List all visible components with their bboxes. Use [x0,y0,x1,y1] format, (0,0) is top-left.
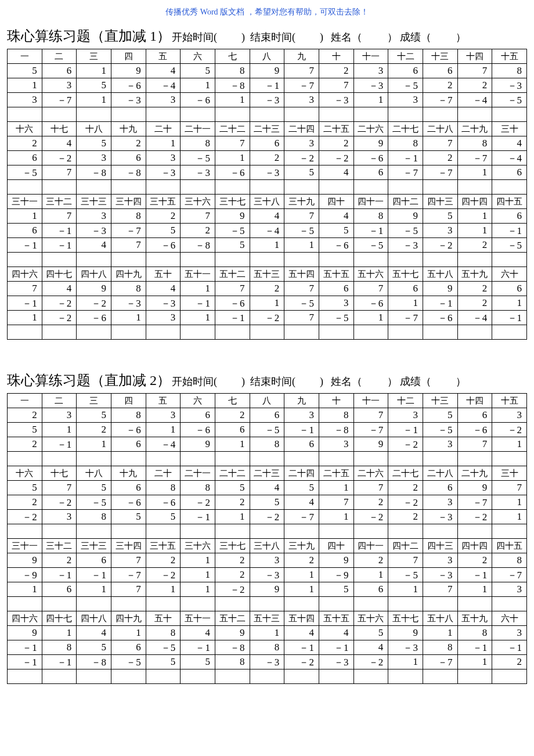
cell-value: －2 [215,582,250,597]
cell-value: 1 [8,311,42,325]
cell-value: －3 [353,78,388,93]
cell-value: －7 [457,495,492,510]
cell-value: 4 [146,64,181,78]
column-header: 十六 [8,122,42,136]
column-header: 四十二 [388,195,423,209]
column-header-row: 三十一三十二三十三三十四三十五三十六三十七三十八三十九四十四十一四十二四十三四十… [8,539,527,553]
column-header: 三十六 [181,195,215,209]
cell-value: 8 [250,437,284,452]
cell-value: 1 [8,78,42,93]
blank-cell [250,524,284,539]
cell-value: －7 [111,224,146,238]
cell-value: 1 [388,582,423,597]
column-header: 十一 [353,394,388,408]
column-header: 四十九 [111,267,146,282]
cell-value: －8 [77,655,111,669]
column-header: 四十五 [492,195,527,209]
blank-cell [181,325,215,340]
cell-value: －5 [77,495,111,510]
cell-value: －3 [181,165,215,180]
column-header: 七 [215,49,250,64]
column-header: 十九 [111,122,146,136]
cell-value: －1 [42,568,77,582]
cell-value: 8 [215,64,250,78]
column-header: 三十四 [111,195,146,209]
blank-cell [146,325,181,340]
blank-cell [250,452,284,466]
blank-cell [146,669,181,684]
cell-value: －5 [250,423,284,437]
column-header: 六十 [492,611,527,626]
cell-value: －3 [111,296,146,311]
column-header: 二十 [146,122,181,136]
cell-value: －8 [111,165,146,180]
column-header: 十二 [388,394,423,408]
cell-value: 5 [77,481,111,495]
cell-value: －7 [423,93,457,107]
cell-value: 7 [8,282,42,296]
cell-value: －1 [423,296,457,311]
cell-value: 5 [146,655,181,669]
column-header: 四十七 [42,267,77,282]
cell-value: －7 [284,78,319,93]
blank-cell [457,180,492,195]
cell-value: 2 [319,64,353,78]
cell-value: 3 [146,93,181,107]
cell-value: 3 [388,93,423,107]
cell-value: 5 [77,136,111,151]
column-header: 十八 [77,122,111,136]
cell-value: 3 [353,64,388,78]
cell-value: －5 [388,568,423,582]
cell-value: 4 [319,165,353,180]
table-row: 245218763298784 [8,136,527,151]
cell-value: －5 [284,296,319,311]
cell-value: 3 [492,408,527,423]
column-header: 四 [111,394,146,408]
cell-value: 6 [353,582,388,597]
cell-value: －1 [284,423,319,437]
cell-value: 5 [284,481,319,495]
column-header: 二十五 [319,122,353,136]
column-header-row: 四十六四十七四十八四十九五十五十一五十二五十三五十四五十五五十六五十七五十八五十… [8,267,527,282]
table-row: －1－1－8－5558－3－2－3－21－712 [8,655,527,669]
cell-value: －6 [111,78,146,93]
blank-cell [181,597,215,611]
cell-value: 6 [111,640,146,655]
cell-value: －5 [146,640,181,655]
column-header: 十一 [353,49,388,64]
cell-value: 2 [8,136,42,151]
blank-cell [457,524,492,539]
top-note: 传播优秀 Word 版文档 ，希望对您有帮助，可双击去除！ [7,7,527,17]
blank-cell [181,452,215,466]
cell-value: 8 [111,282,146,296]
column-header: 二十三 [250,122,284,136]
column-header: 四十四 [457,539,492,553]
cell-value: －7 [423,165,457,180]
cell-value: －5 [181,151,215,165]
cell-value: 3 [284,93,319,107]
blank-cell [111,524,146,539]
cell-value: 1 [215,437,250,452]
cell-value: 5 [423,209,457,224]
cell-value: 7 [319,78,353,93]
blank-cell [8,253,42,267]
cell-value: 5 [353,626,388,640]
blank-cell [215,524,250,539]
cell-value: 5 [215,238,250,253]
column-header: 五 [146,49,181,64]
cell-value: －5 [319,311,353,325]
cell-value: 5 [284,165,319,180]
cell-value: 1 [181,568,215,582]
cell-value: 1 [77,582,111,597]
column-header: 二 [42,49,77,64]
blank-cell [353,180,388,195]
cell-value: －6 [146,495,181,510]
column-header: 四十一 [353,195,388,209]
column-header: 二十九 [457,122,492,136]
cell-value: －4 [146,78,181,93]
column-header: 五十二 [215,267,250,282]
column-header: 十四 [457,394,492,408]
column-header: 十九 [111,466,146,481]
column-header: 五十八 [423,267,457,282]
blank-cell [8,180,42,195]
